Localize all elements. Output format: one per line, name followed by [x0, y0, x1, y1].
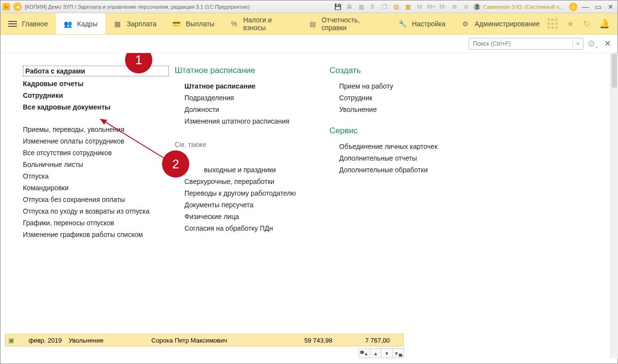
link-transfers-other-employer[interactable]: Переводы к другому работодателю	[175, 187, 296, 199]
row-sum1: 59 743,98	[278, 337, 336, 344]
column-work-with-personnel: Работа с кадрами Кадровые отчеты Сотрудн…	[23, 66, 169, 326]
table-icon: ▦	[113, 20, 122, 28]
mem-mminus-icon[interactable]: M-	[438, 2, 447, 11]
link-extra-reports[interactable]: Дополнительные отчеты	[329, 152, 456, 164]
table-row[interactable]: ▣ февр. 2019 Увольнение Сорока Петр Макс…	[5, 334, 404, 346]
header-create: Создать	[329, 66, 456, 75]
header-staffing: Штатное расписание	[175, 66, 296, 75]
nav-label: Выплаты	[186, 20, 215, 28]
nav-label: Налоги и взносы	[243, 16, 293, 32]
pager-up[interactable]: ▲	[370, 348, 382, 358]
window-minimize-icon[interactable]: —	[581, 2, 590, 11]
nav-salary[interactable]: ▦ Зарплата	[105, 13, 164, 34]
nav-admin[interactable]: ⚙ Администрирование	[454, 13, 548, 34]
save-icon[interactable]: 💾	[333, 2, 342, 11]
zoom-in-icon[interactable]: ⊕	[450, 2, 459, 11]
history-icon[interactable]: ↻	[583, 18, 590, 29]
user-avatar-icon[interactable]: 👤	[473, 3, 480, 10]
link-merge-cards[interactable]: Объединение личных карточек	[329, 141, 456, 152]
nav-right-tools: ★ ↻ 🔔	[547, 13, 618, 34]
link-absences[interactable]: Все отсутствия сотрудников	[23, 147, 169, 159]
window-restore-icon[interactable]: ▭	[593, 2, 603, 11]
link-staffing-changes[interactable]: Изменения штатного расписания	[175, 115, 296, 127]
pager-last[interactable]: ▼▄	[392, 348, 404, 358]
apps-grid-icon[interactable]	[547, 18, 558, 29]
app-logo-icon: 1c	[2, 3, 10, 11]
bell-icon[interactable]: 🔔	[599, 18, 610, 29]
mem-mplus-icon[interactable]: M+	[427, 2, 436, 11]
nav-label: Настройка	[412, 20, 446, 28]
pager-first[interactable]: ▀▲	[359, 348, 370, 358]
nav-label: Отчетность, справки	[322, 16, 383, 32]
link-pdn-consents[interactable]: Согласия на обработку ПДн	[175, 222, 296, 234]
doc-icon[interactable]: ▦	[357, 2, 365, 11]
link-positions[interactable]: Должности	[175, 104, 296, 115]
link-personnel-reports[interactable]: Кадровые отчеты	[23, 78, 169, 90]
link-employees[interactable]: Сотрудники	[23, 90, 169, 101]
link-holidays[interactable]: выходные и праздники	[175, 164, 296, 176]
link-staffing-table[interactable]: Штатное расписание	[175, 80, 296, 92]
row-date: февр. 2019	[17, 337, 66, 344]
copy-icon[interactable]: ❐	[380, 2, 389, 11]
search-input[interactable]	[469, 40, 572, 47]
zoom-out-icon[interactable]: ⊖	[462, 2, 471, 11]
column-staffing: Штатное расписание Штатное расписание По…	[175, 66, 296, 326]
settings-gear-icon[interactable]: ⚙	[587, 38, 598, 49]
link-individuals[interactable]: Физические лица	[175, 211, 296, 222]
link-departments[interactable]: Подразделения	[175, 92, 296, 104]
link-unpaid-vacations[interactable]: Отпуска без сохранения оплаты	[23, 194, 169, 205]
nav-reports[interactable]: ▤ Отчетность, справки	[301, 13, 391, 34]
main-nav: Главное 👥 Кадры ▦ Зарплата 💳 Выплаты % Н…	[0, 13, 618, 35]
link-create-fire[interactable]: Увольнение	[329, 104, 456, 115]
percent-icon: %	[230, 20, 238, 28]
scrollbar-thumb[interactable]	[612, 54, 617, 88]
nav-settings[interactable]: 🔧 Настройка	[391, 13, 454, 34]
header-service: Сервис	[329, 126, 456, 136]
pager: ▀▲ ▲ ▼ ▼▄	[5, 348, 404, 358]
link-vacation-schedules[interactable]: Графики, переносы отпусков	[23, 217, 169, 229]
link-business-trips[interactable]: Командировки	[23, 182, 169, 194]
current-user-name[interactable]: Савинская З.Ю. (Системный прог…	[483, 4, 566, 10]
link-overtime[interactable]: Сверхурочные, переработки	[175, 176, 296, 187]
vertical-scrollbar[interactable]	[610, 54, 618, 358]
print-icon[interactable]: 🖶	[345, 2, 354, 11]
gear-icon: ⚙	[461, 20, 470, 28]
upload-icon[interactable]: ⮸	[368, 2, 377, 11]
hamburger-icon	[8, 20, 17, 28]
link-pay-change[interactable]: Изменение оплаты сотрудников	[23, 135, 169, 147]
link-extra-processing[interactable]: Дополнительные обработки	[329, 164, 456, 176]
mem-m-icon[interactable]: M	[415, 2, 424, 11]
link-create-employee[interactable]: Сотрудник	[329, 92, 456, 104]
link-all-hr-docs[interactable]: Все кадровые документы	[23, 101, 169, 113]
search-box[interactable]: ×	[469, 38, 583, 50]
window-close-icon[interactable]: ✕	[606, 2, 616, 11]
row-sum2: 7 767,00	[336, 337, 394, 344]
calc-icon[interactable]: ▤	[392, 2, 400, 11]
link-hire-transfer-fire[interactable]: Приемы, переводы, увольнения	[23, 124, 169, 135]
people-icon: 👥	[64, 20, 73, 28]
back-round-icon[interactable]: ◄	[13, 2, 22, 11]
nav-label: Кадры	[77, 20, 98, 28]
column-create-service: Создать Прием на работу Сотрудник Увольн…	[329, 66, 456, 326]
search-clear-icon[interactable]: ×	[572, 40, 583, 47]
wrench-icon: 🔧	[399, 20, 407, 28]
callout-2: 2	[162, 150, 189, 178]
info-round-icon[interactable]: i	[569, 2, 578, 11]
link-schedule-list-change[interactable]: Изменение графиков работы списком	[23, 229, 169, 240]
nav-main[interactable]: Главное	[0, 13, 56, 34]
panel-close-icon[interactable]: ✕	[604, 39, 611, 48]
link-vacations[interactable]: Отпуска	[23, 170, 169, 182]
link-create-hire[interactable]: Прием на работу	[329, 80, 456, 92]
wallet-icon: 💳	[172, 20, 181, 28]
link-persuchet-docs[interactable]: Документы персучета	[175, 199, 296, 211]
nav-personnel[interactable]: 👥 Кадры	[56, 13, 106, 34]
link-sick-leaves[interactable]: Больничные листы	[23, 159, 169, 170]
section-toolbar: × ⚙ ✕	[0, 35, 618, 53]
nav-payments[interactable]: 💳 Выплаты	[164, 13, 222, 34]
link-parental-leave[interactable]: Отпуска по уходу и возвраты из отпуска	[23, 205, 169, 217]
star-icon[interactable]: ★	[566, 18, 574, 29]
calendar-icon[interactable]: ▦	[403, 2, 412, 11]
pager-down[interactable]: ▼	[381, 348, 393, 358]
bottom-panel: ▣ февр. 2019 Увольнение Сорока Петр Макс…	[5, 334, 613, 358]
nav-taxes[interactable]: % Налоги и взносы	[222, 13, 301, 34]
